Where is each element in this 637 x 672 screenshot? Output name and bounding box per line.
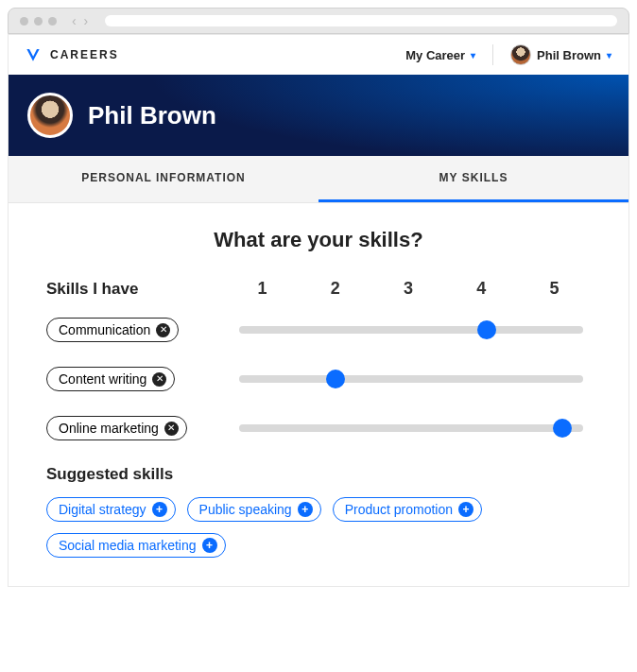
suggested-skill-chip[interactable]: Digital strategy+ (46, 497, 176, 522)
scale-tick: 2 (299, 279, 371, 299)
nav-arrows-icon: ‹ › (72, 13, 90, 28)
topbar: CAREERS My Career ▾ Phil Brown ▾ (9, 35, 628, 75)
window-close-icon (20, 17, 28, 26)
slider-thumb[interactable] (477, 320, 496, 339)
chevron-down-icon: ▾ (607, 50, 611, 60)
skill-chip[interactable]: Content writing✕ (46, 367, 175, 391)
add-icon[interactable]: + (298, 502, 313, 517)
remove-icon[interactable]: ✕ (164, 422, 179, 436)
brand[interactable]: CAREERS (26, 47, 119, 62)
skill-chip[interactable]: Online marketing✕ (46, 416, 187, 440)
suggested-skills-list: Digital strategy+Public speaking+Product… (46, 497, 591, 558)
skill-row: Communication✕ (46, 318, 591, 342)
topbar-divider (492, 44, 493, 65)
slider-track (239, 424, 583, 432)
slider-thumb[interactable] (553, 419, 572, 438)
nav-my-career[interactable]: My Career ▾ (405, 48, 475, 62)
skill-chip[interactable]: Communication✕ (46, 318, 179, 342)
skill-chip-label: Communication (59, 322, 150, 337)
remove-icon[interactable]: ✕ (156, 323, 170, 337)
scale-tick: 5 (518, 279, 591, 299)
profile-avatar[interactable] (27, 93, 73, 138)
add-icon[interactable]: + (152, 502, 167, 517)
tabs: PERSONAL INFORMATION MY SKILLS (9, 156, 628, 203)
suggested-skill-label: Public speaking (199, 502, 292, 517)
suggested-skill-chip[interactable]: Social media marketing+ (46, 533, 226, 558)
remove-icon[interactable]: ✕ (152, 372, 166, 387)
window-maximize-icon (48, 17, 57, 26)
window-minimize-icon (34, 17, 43, 26)
suggested-skill-label: Social media marketing (59, 538, 197, 553)
user-avatar-icon (510, 44, 531, 65)
profile-hero: Phil Brown (9, 75, 628, 156)
skill-chip-label: Content writing (59, 371, 146, 387)
suggested-skill-label: Digital strategy (59, 502, 146, 517)
add-icon[interactable]: + (458, 502, 473, 517)
skill-rating-slider[interactable] (232, 424, 591, 432)
browser-url-bar[interactable] (105, 15, 617, 26)
brand-label: CAREERS (50, 48, 119, 61)
skill-chip-label: Online marketing (59, 421, 159, 436)
content: What are your skills? Skills I have 1 2 … (9, 203, 628, 586)
skills-header-row: Skills I have 1 2 3 4 5 (46, 279, 591, 299)
slider-track (239, 375, 583, 383)
suggested-skill-label: Product promotion (345, 502, 453, 517)
scale-tick: 3 (371, 279, 444, 299)
topnav: My Career ▾ Phil Brown ▾ (405, 44, 611, 65)
page-headline: What are your skills? (46, 228, 591, 252)
scale-tick: 1 (226, 279, 299, 299)
rating-scale: 1 2 3 4 5 (226, 279, 591, 299)
add-icon[interactable]: + (202, 538, 217, 553)
profile-name: Phil Brown (88, 101, 216, 130)
slider-track (239, 326, 583, 334)
suggested-skill-chip[interactable]: Product promotion+ (333, 497, 482, 522)
slider-thumb[interactable] (326, 370, 345, 388)
browser-chrome: ‹ › (8, 8, 629, 34)
skill-row: Content writing✕ (46, 367, 591, 391)
suggested-skill-chip[interactable]: Public speaking+ (187, 497, 321, 522)
skills-i-have-label: Skills I have (46, 280, 226, 299)
nav-user-menu[interactable]: Phil Brown ▾ (510, 44, 611, 65)
tab-personal-information[interactable]: PERSONAL INFORMATION (9, 156, 318, 202)
chevron-down-icon: ▾ (471, 50, 475, 60)
nav-user-name: Phil Brown (537, 48, 601, 62)
scale-tick: 4 (445, 279, 518, 299)
tab-my-skills[interactable]: MY SKILLS (318, 156, 628, 202)
nav-my-career-label: My Career (405, 48, 465, 62)
skill-rating-slider[interactable] (232, 326, 591, 334)
skill-row: Online marketing✕ (46, 416, 591, 440)
app-frame: CAREERS My Career ▾ Phil Brown ▾ Phil Br… (8, 34, 629, 587)
suggested-skills-label: Suggested skills (46, 465, 591, 484)
brand-logo-icon (26, 47, 41, 62)
skill-rating-slider[interactable] (232, 375, 591, 383)
